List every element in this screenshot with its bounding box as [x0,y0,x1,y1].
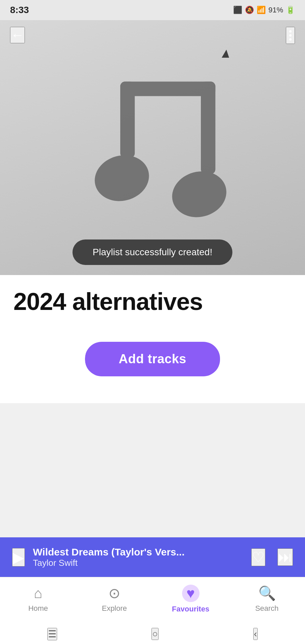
sys-back-button[interactable]: ‹ [253,628,258,640]
nav-home[interactable]: ⌂ Home [0,585,76,613]
mute-icon: 🔕 [245,6,254,14]
battery-text: 91% [268,6,283,14]
bottom-nav: ⌂ Home ⊙ Explore ♥ Favourites 🔍 Search [0,577,305,624]
svg-point-3 [90,149,154,207]
play-pause-button[interactable]: ▶ [12,548,25,567]
track-title: Wildest Dreams (Taylor's Vers... [33,546,243,558]
sys-home-button[interactable]: ○ [151,628,159,640]
status-time: 8:33 [10,5,29,15]
status-icons: ⬛ 🔕 📶 91% 🔋 [233,6,295,14]
playlist-title: 2024 alternatives [13,288,292,315]
wifi-icon: 📶 [257,6,266,14]
track-info: Wildest Dreams (Taylor's Vers... Taylor … [33,546,243,568]
search-icon: 🔍 [258,585,276,601]
track-artist: Taylor Swift [33,558,243,568]
nav-favourites[interactable]: ♥ Favourites [152,585,229,613]
status-bar: 8:33 ⬛ 🔕 📶 91% 🔋 [0,0,305,20]
now-playing-controls: ♡ ⏭ [251,548,293,566]
home-icon: ⌂ [34,585,42,601]
album-art-section: ← Playlist successfully created! [0,20,305,275]
skip-next-button[interactable]: ⏭ [277,548,293,566]
bluetooth-icon: ⬛ [233,6,242,14]
explore-icon: ⊙ [108,585,120,601]
favourite-button[interactable]: ♡ [251,548,265,566]
toast-message: Playlist successfully created! [93,247,212,257]
more-options-button[interactable] [286,27,295,44]
favourites-icon: ♥ [186,585,195,601]
nav-favourites-label: Favourites [172,605,209,613]
now-playing-bar: ▶ Wildest Dreams (Taylor's Vers... Taylo… [0,537,305,577]
sys-recent-button[interactable]: ☰ [47,628,57,640]
add-tracks-container: Add tracks [13,315,292,403]
nav-explore-label: Explore [102,604,127,613]
svg-point-4 [167,165,231,223]
add-tracks-button[interactable]: Add tracks [85,342,220,376]
svg-rect-2 [120,82,135,158]
nav-search[interactable]: 🔍 Search [229,585,305,613]
svg-rect-1 [201,82,215,174]
favourites-circle: ♥ [182,585,200,602]
battery-icon: 🔋 [286,6,295,14]
content-section: 2024 alternatives Add tracks [0,275,305,403]
nav-explore[interactable]: ⊙ Explore [76,585,152,613]
nav-home-label: Home [28,604,48,613]
back-button[interactable]: ← [10,27,25,43]
toast-notification: Playlist successfully created! [73,239,232,265]
nav-search-label: Search [255,604,279,613]
system-navigation: ☰ ○ ‹ [0,624,305,644]
music-note-icon [72,60,233,235]
